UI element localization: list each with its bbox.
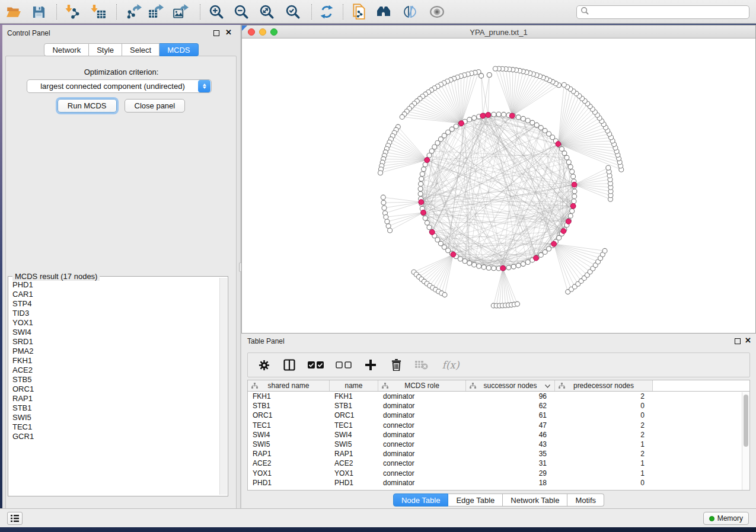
- mcds-result-item[interactable]: RAP1: [12, 394, 219, 403]
- memory-button[interactable]: Memory: [703, 512, 749, 525]
- network-window-titlebar[interactable]: YPA_prune.txt_1: [242, 25, 755, 39]
- cell-MCDS-role[interactable]: dominator: [378, 431, 466, 439]
- mcds-result-item[interactable]: TID3: [12, 309, 219, 318]
- cell-predecessor-nodes[interactable]: 0: [555, 402, 653, 410]
- mcds-result-item[interactable]: STB1: [12, 403, 219, 413]
- table-scrollbar-thumb[interactable]: [744, 395, 748, 447]
- cell-shared-name[interactable]: YOX1: [248, 469, 330, 477]
- cell-name[interactable]: PHD1: [330, 479, 378, 487]
- cell-successor-nodes[interactable]: 18: [466, 479, 555, 487]
- cell-name[interactable]: YOX1: [330, 469, 378, 477]
- mcds-result-item[interactable]: PHD1: [12, 280, 219, 290]
- cell-shared-name[interactable]: SWI5: [248, 440, 330, 448]
- mcds-result-list[interactable]: PHD1CAR1STP4TID3YOX1SWI4SRD1PMA2FKH1ACE2…: [9, 280, 219, 495]
- import-network-icon[interactable]: [63, 2, 83, 21]
- mcds-result-item[interactable]: CAR1: [12, 290, 219, 299]
- refresh-icon[interactable]: [317, 2, 337, 21]
- select-all-columns-icon[interactable]: [307, 357, 325, 373]
- mcds-result-item[interactable]: SWI5: [12, 413, 219, 422]
- cell-successor-nodes[interactable]: 43: [466, 440, 555, 448]
- cell-MCDS-role[interactable]: connector: [378, 421, 466, 430]
- table-row[interactable]: PHD1PHD1dominator180: [248, 478, 749, 488]
- table-row[interactable]: YOX1YOX1connector291: [248, 469, 749, 478]
- column-header-successor-nodes[interactable]: successor nodes: [466, 380, 555, 391]
- cell-predecessor-nodes[interactable]: 1: [555, 469, 653, 477]
- cell-name[interactable]: SWI4: [330, 431, 378, 439]
- tab-edge-table[interactable]: Edge Table: [448, 493, 503, 507]
- cell-shared-name[interactable]: FKH1: [248, 392, 330, 400]
- task-history-button[interactable]: [7, 512, 23, 525]
- table-row[interactable]: RAP1RAP1dominator352: [248, 449, 749, 459]
- table-scrollbar[interactable]: [742, 392, 749, 490]
- mcds-result-item[interactable]: YOX1: [12, 318, 219, 328]
- mcds-result-item[interactable]: STB5: [12, 375, 219, 384]
- mcds-result-item[interactable]: SWI4: [12, 328, 219, 337]
- create-column-icon[interactable]: [363, 357, 378, 373]
- table-row[interactable]: FKH1FKH1dominator962: [248, 392, 749, 401]
- cell-successor-nodes[interactable]: 47: [466, 421, 555, 430]
- cell-MCDS-role[interactable]: dominator: [378, 479, 466, 487]
- tab-select[interactable]: Select: [122, 43, 160, 56]
- criterion-select[interactable]: largest connected component (undirected): [27, 79, 212, 93]
- cell-successor-nodes[interactable]: 46: [466, 431, 555, 439]
- cell-shared-name[interactable]: TEC1: [248, 421, 330, 430]
- close-panel-icon[interactable]: ✕: [225, 30, 232, 36]
- cell-shared-name[interactable]: PHD1: [248, 479, 330, 487]
- save-session-icon[interactable]: [28, 2, 49, 21]
- tab-style[interactable]: Style: [89, 43, 122, 56]
- close-panel-button[interactable]: Close panel: [125, 99, 186, 113]
- table-row[interactable]: TEC1TEC1connector472: [248, 421, 749, 430]
- cell-shared-name[interactable]: ACE2: [248, 459, 330, 467]
- zoom-in-icon[interactable]: [206, 2, 227, 21]
- cell-shared-name[interactable]: SWI4: [248, 431, 330, 439]
- clone-network-icon[interactable]: [349, 2, 369, 21]
- search-input[interactable]: [589, 8, 749, 17]
- show-network-icon[interactable]: [427, 2, 447, 21]
- cell-predecessor-nodes[interactable]: 0: [555, 479, 653, 487]
- mcds-result-item[interactable]: TEC1: [12, 422, 219, 432]
- search-network-icon[interactable]: [375, 2, 395, 21]
- tab-network[interactable]: Network: [44, 43, 89, 56]
- tab-motifs[interactable]: Motifs: [567, 493, 604, 507]
- table-options-gear-icon[interactable]: [256, 357, 272, 373]
- cell-predecessor-nodes[interactable]: 1: [555, 459, 653, 467]
- show-column-panel-icon[interactable]: [282, 357, 297, 373]
- cell-MCDS-role[interactable]: dominator: [378, 411, 466, 419]
- cell-successor-nodes[interactable]: 29: [466, 469, 555, 477]
- node-table[interactable]: shared namenameMCDS rolesuccessor nodesp…: [247, 380, 750, 491]
- mcds-result-item[interactable]: FKH1: [12, 356, 219, 366]
- deselect-all-columns-icon[interactable]: [335, 357, 353, 373]
- tab-mcds[interactable]: MCDS: [160, 43, 198, 56]
- cell-successor-nodes[interactable]: 61: [466, 411, 555, 419]
- mcds-result-item[interactable]: ACE2: [12, 366, 219, 375]
- open-file-icon[interactable]: [4, 2, 24, 21]
- cell-shared-name[interactable]: RAP1: [248, 450, 330, 458]
- cell-successor-nodes[interactable]: 62: [466, 402, 555, 410]
- cell-predecessor-nodes[interactable]: 0: [555, 411, 653, 419]
- cell-name[interactable]: ACE2: [330, 459, 378, 467]
- cell-name[interactable]: RAP1: [330, 450, 378, 458]
- cell-predecessor-nodes[interactable]: 1: [555, 440, 653, 448]
- cell-predecessor-nodes[interactable]: 2: [555, 421, 653, 430]
- float-panel-icon[interactable]: [213, 30, 219, 36]
- export-network-icon[interactable]: [124, 2, 144, 21]
- mcds-result-item[interactable]: GCR1: [12, 432, 219, 441]
- mcds-list-scrollbar[interactable]: [219, 278, 227, 495]
- search-box[interactable]: [576, 5, 749, 19]
- network-graph[interactable]: [242, 39, 755, 333]
- table-row[interactable]: SWI4SWI4dominator462: [248, 430, 749, 440]
- network-canvas[interactable]: [242, 39, 755, 333]
- cell-successor-nodes[interactable]: 31: [466, 459, 555, 467]
- tab-node-table[interactable]: Node Table: [393, 493, 449, 507]
- mcds-result-item[interactable]: STP4: [12, 299, 219, 309]
- delete-column-icon[interactable]: [388, 357, 404, 373]
- import-table-icon[interactable]: [88, 2, 109, 21]
- cell-shared-name[interactable]: ORC1: [248, 411, 330, 419]
- cell-name[interactable]: ORC1: [330, 411, 378, 419]
- table-row[interactable]: STB1STB1dominator620: [248, 401, 749, 411]
- cell-name[interactable]: TEC1: [330, 421, 378, 430]
- run-mcds-button[interactable]: Run MCDS: [58, 99, 117, 113]
- export-table-icon[interactable]: [146, 2, 166, 21]
- cell-predecessor-nodes[interactable]: 2: [555, 431, 653, 439]
- hide-network-icon[interactable]: [400, 2, 420, 21]
